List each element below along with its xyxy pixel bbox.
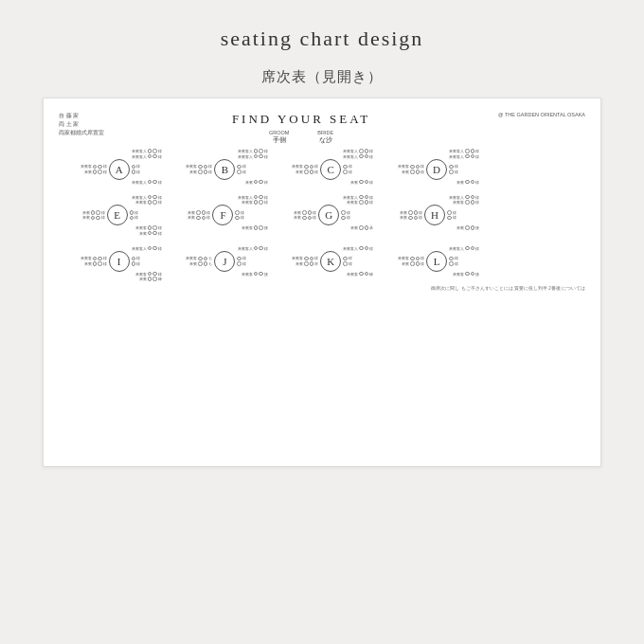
table-empty-3 — [482, 246, 585, 282]
seating-card: 自 藤 家 両 土 家 両家都婚式席置室 FIND YOUR SEAT GROO… — [43, 98, 601, 467]
header-left: 自 藤 家 両 土 家 両家都婚式席置室 — [59, 112, 104, 137]
table-J: 来賓客人様 来賓客ち 来賓ち J 様 様 来賓客接 — [165, 246, 268, 282]
table-E: 来賓客人様 来賓客様 来賓様 来賓様 E 様 様 来賓客様 来賓様 — [59, 195, 162, 236]
footer-note: 御席次に関し もご不さんすいことには 質要に役し判半 2番後 については — [59, 286, 585, 291]
header-center: FIND YOUR SEAT GROOM 手側 BRIDE な沙 — [232, 112, 370, 145]
table-I: 来賓客人様 来賓客様 来賓様 I 様 様 来賓客様 来賓棒 — [59, 246, 162, 282]
subtitle: 席次表（見開き） — [261, 68, 383, 86]
tables-row-2: 来賓客人様 来賓客様 来賓様 来賓様 E 様 様 来賓客様 来賓様 — [59, 195, 585, 236]
table-F: 来賓客人様 来賓客様 来賓様 来賓様 F 様 様 来賓客接 — [165, 195, 268, 236]
table-empty-1 — [482, 149, 585, 185]
table-B: 来賓客人様 来賓客人様 来賓客様 来賓様 B 様 様 来賓样 — [165, 149, 268, 185]
table-empty-2 — [482, 195, 585, 236]
table-K: 来賓客人様 来賓客様 来賓求 K 样 様 来賓客棒 — [271, 246, 374, 282]
page-title: seating chart design — [221, 27, 424, 51]
table-D: 来賓客人様 来賓客人様 来賓客様 来賓様 D 様 様 来賓様 — [376, 149, 479, 185]
table-L: 来賓客人様 来賓客様 来賓様 L 様 様 来賓客接 — [376, 246, 479, 282]
table-A: 来賓客人様 来賓客人様 来賓客様 来賓様 A 様 様 来賓客人様 — [59, 149, 162, 185]
header-right: @ THE GARDEN ORIENTAL OSAKA — [498, 112, 585, 117]
tables-row-1: 来賓客人様 来賓客人様 来賓客様 来賓様 A 様 様 来賓客人様 来賓 — [59, 149, 585, 185]
table-H: 来賓客人様 来賓客様 来賓様 来賓様 H 様 様 来賓接 — [376, 195, 479, 236]
table-C: 来賓客人様 来賓客人様 来賓客様 来賓様 C 様 様 来賓様 — [271, 149, 374, 185]
tables-row-3: 来賓客人様 来賓客様 来賓様 I 様 様 来賓客様 来賓棒 来賓客人様 — [59, 246, 585, 282]
table-G: 来賓客人様 来賓客様 来賓様 来賓様 G 様 様 来賓承 — [271, 195, 374, 236]
